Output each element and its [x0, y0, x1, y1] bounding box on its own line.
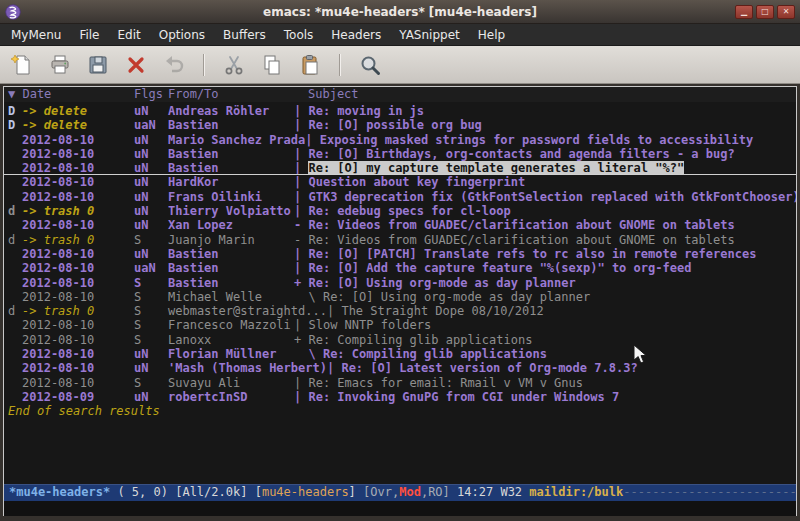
row-from: Bastien	[168, 261, 294, 275]
window-title: emacs: *mu4e-headers* [mu4e-headers]	[0, 5, 800, 19]
message-row[interactable]: 2012-08-10uaNBastien| Re: [O] Add the ca…	[4, 261, 796, 275]
thread-connector: |	[294, 147, 308, 161]
cut-icon	[222, 53, 246, 77]
message-row[interactable]: D-> deleteuNAndreas Röhler| Re: moving i…	[4, 104, 796, 118]
message-row[interactable]: 2012-08-10SBastien+ Re: [O] Using org-mo…	[4, 276, 796, 290]
message-row[interactable]: 2012-08-10uNBastien| Re: [O] Birthdays, …	[4, 147, 796, 161]
row-date: 2012-08-10	[22, 290, 134, 304]
row-marker	[8, 161, 22, 174]
message-row[interactable]: D-> deleteuaNBastien| Re: [O] possible o…	[4, 118, 796, 132]
menu-item-edit[interactable]: Edit	[109, 26, 150, 44]
cut-button[interactable]	[220, 51, 248, 79]
row-subject: Re: Videos from GUADEC/clarification abo…	[308, 218, 734, 232]
modeline-plain: ( 5, 0)	[110, 485, 175, 499]
message-row[interactable]: 2012-08-10uNBastien| Re: [O] my capture …	[4, 161, 796, 175]
copy-button[interactable]	[258, 51, 286, 79]
row-flags: S	[134, 276, 168, 290]
paste-icon	[298, 53, 322, 77]
message-row[interactable]: 2012-08-10SMichael Welle \ Re: [O] Using…	[4, 290, 796, 304]
row-marker	[8, 218, 22, 232]
menu-item-yasnippet[interactable]: YASnippet	[390, 26, 469, 44]
thread-connector: |	[327, 304, 341, 318]
thread-connector: |	[305, 133, 319, 147]
maximize-button[interactable]: □	[756, 5, 774, 19]
save-button[interactable]	[84, 51, 112, 79]
row-marker	[8, 290, 22, 304]
message-row[interactable]: 2012-08-10uN'Mash (Thomas Herbert)| Re: …	[4, 361, 796, 375]
print-button[interactable]	[46, 51, 74, 79]
row-date: 2012-08-10	[22, 318, 134, 332]
thread-connector: |	[327, 361, 341, 375]
thread-connector: |	[294, 161, 308, 174]
message-row[interactable]: 2012-08-10SFrancesco Mazzoli| Slow NNTP …	[4, 318, 796, 332]
row-subject: Re: Compiling glib applications	[323, 347, 547, 361]
mouse-cursor	[633, 344, 647, 365]
row-subject: Re: Emacs for email: Rmail v VM v Gnus	[308, 376, 583, 390]
menu-item-help[interactable]: Help	[469, 26, 514, 44]
message-row[interactable]: 2012-08-09uNrobertcInSD| Re: Invoking Gn…	[4, 390, 796, 404]
message-row[interactable]: 2012-08-10uNBastien| Re: [O] [PATCH] Tra…	[4, 247, 796, 261]
row-date: 2012-08-10	[22, 161, 134, 174]
row-flags: uN	[134, 104, 168, 118]
row-subject: GTK3 deprecation fix (GtkFontSelection r…	[308, 190, 796, 204]
row-subject: Re: [O] Latest version of Org-mode 7.8.3…	[341, 361, 637, 375]
row-subject: The Straight Dope 08/10/2012	[341, 304, 543, 318]
row-from: Juanjo Marin	[168, 233, 294, 247]
column-header-date[interactable]: ▼ Date	[8, 87, 134, 102]
message-row[interactable]: 2012-08-10SSuvayu Ali| Re: Emacs for ema…	[4, 376, 796, 390]
column-header-flags[interactable]: Flgs	[134, 87, 168, 102]
paste-button[interactable]	[296, 51, 324, 79]
modeline-alert: Mod	[399, 485, 421, 499]
message-row[interactable]: 2012-08-10uNFlorian Müllner \ Re: Compil…	[4, 347, 796, 361]
buffer-frame: ▼ Date Flgs From/To Subject D-> deleteuN…	[3, 86, 797, 516]
row-subject: Re: Compiling glib applications	[308, 333, 532, 347]
row-from: 'Mash (Thomas Herbert)	[168, 361, 327, 375]
message-row[interactable]: 2012-08-10uNXan Lopez- Re: Videos from G…	[4, 218, 796, 232]
minimize-button[interactable]: ▁	[735, 5, 753, 19]
row-marker: d	[8, 233, 22, 247]
row-subject: Re: edebug specs for cl-loop	[308, 204, 510, 218]
row-from: Michael Welle	[168, 290, 294, 304]
new-file-button[interactable]	[8, 51, 36, 79]
row-marker	[8, 318, 22, 332]
thread-connector: |	[294, 390, 308, 404]
row-from: Thierry Volpiatto	[168, 204, 294, 218]
message-row[interactable]: 2012-08-10uNFrans Oilinki| GTK3 deprecat…	[4, 190, 796, 204]
row-from: Mario Sanchez Prada	[168, 133, 305, 147]
row-subject: Re: [O] [PATCH] Translate refs to rc als…	[308, 247, 756, 261]
row-marker	[8, 347, 22, 361]
title-bar[interactable]: emacs: *mu4e-headers* [mu4e-headers] ▁□✕	[0, 0, 800, 24]
undo-button[interactable]	[160, 51, 188, 79]
row-flags: uN	[134, 175, 168, 189]
row-flags: S	[134, 318, 168, 332]
row-date: -> trash 0	[22, 233, 134, 247]
message-row[interactable]: 2012-08-10uNHardKor| Question about key …	[4, 175, 796, 189]
row-from: Bastien	[168, 147, 294, 161]
menu-item-mymenu[interactable]: MyMenu	[2, 26, 70, 44]
row-from: Bastien	[168, 247, 294, 261]
close-button[interactable]: ✕	[777, 5, 795, 19]
row-flags: uN	[134, 361, 168, 375]
menu-item-options[interactable]: Options	[150, 26, 214, 44]
row-subject: Re: [O] Birthdays, org-contacts and agen…	[308, 147, 734, 161]
menu-item-tools[interactable]: Tools	[275, 26, 323, 44]
menu-item-file[interactable]: File	[70, 26, 108, 44]
save-icon	[86, 53, 110, 77]
message-row[interactable]: 2012-08-10SLanoxx+ Re: Compiling glib ap…	[4, 333, 796, 347]
column-header-from[interactable]: From/To	[168, 87, 294, 102]
message-row[interactable]: d-> trash 0Swebmaster@straightd...| The …	[4, 304, 796, 318]
row-flags: uN	[134, 204, 168, 218]
menu-item-headers[interactable]: Headers	[322, 26, 390, 44]
row-from: Suvayu Ali	[168, 376, 294, 390]
echo-area[interactable]	[4, 501, 796, 516]
message-row[interactable]: d-> trash 0SJuanjo Marin- Re: Videos fro…	[4, 233, 796, 247]
menu-item-buffers[interactable]: Buffers	[214, 26, 275, 44]
toolbar-separator	[203, 54, 205, 76]
row-marker	[8, 247, 22, 261]
message-row[interactable]: d-> trash 0uNThierry Volpiatto| Re: edeb…	[4, 204, 796, 218]
window-buttons: ▁□✕	[735, 5, 795, 19]
column-header-subject[interactable]: Subject	[294, 87, 359, 102]
message-row[interactable]: 2012-08-10uNMario Sanchez Prada| Exposin…	[4, 133, 796, 147]
close-buffer-button[interactable]	[122, 51, 150, 79]
search-button[interactable]	[356, 51, 384, 79]
